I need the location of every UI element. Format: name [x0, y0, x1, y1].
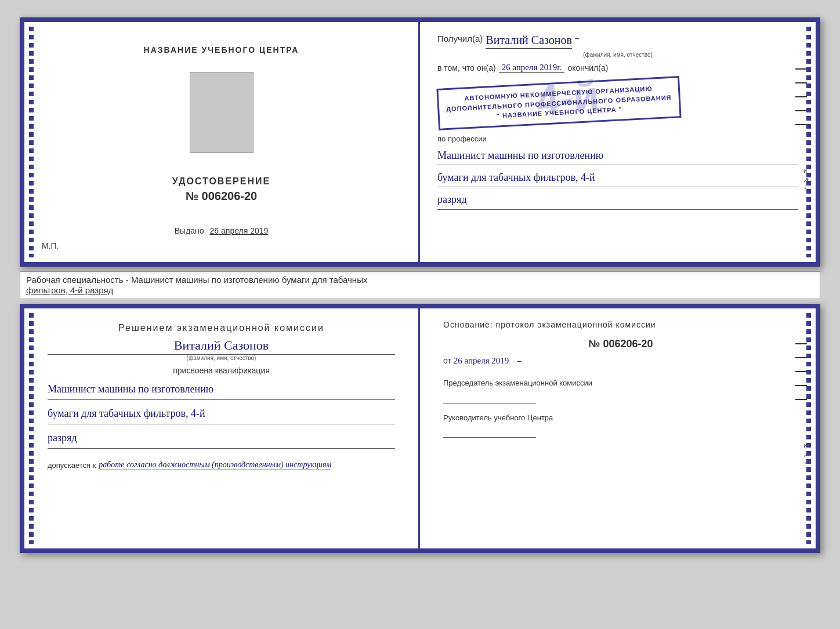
middle-text-underline: фильтров, 4-й разряд	[26, 285, 113, 295]
prot-date-dash: –	[517, 356, 522, 365]
middle-label: Рабочая специальность - Машинист машины …	[20, 271, 820, 299]
letter-i: и	[803, 167, 810, 174]
vtom-row: в том, что он(а) 26 апреля 2019г. окончи…	[437, 63, 798, 73]
okonchil-label: окончил(а)	[567, 63, 608, 72]
cert-photo	[190, 72, 254, 153]
dash-b3	[795, 371, 807, 372]
poluchil-label: Получил(а)	[437, 34, 483, 43]
udost-title: УДОСТОВЕРЕНИЕ	[172, 176, 270, 187]
dash-after-name: –	[575, 34, 579, 42]
top-certificate: НАЗВАНИЕ УЧЕБНОГО ЦЕНТРА УДОСТОВЕРЕНИЕ №…	[20, 17, 820, 267]
rukovoditel-label: Руководитель учебного Центра	[443, 412, 798, 438]
top-cert-right-panel: Получил(а) Виталий Сазонов – (фамилия, и…	[420, 22, 816, 262]
right-letters-top: и ,а ←	[803, 167, 810, 191]
cert-udost: УДОСТОВЕРЕНИЕ № 006206-20	[172, 176, 270, 203]
resheniem-text: Решением экзаменационной комиссии	[48, 323, 395, 333]
dash-b4	[795, 385, 807, 386]
arrow-left: ←	[803, 184, 810, 191]
dash1	[795, 68, 807, 70]
poluchil-row: Получил(а) Виталий Сазонов –	[437, 34, 798, 49]
bottom-cert-right-panel: Основание: протокол экзаменационной коми…	[420, 308, 816, 548]
dopuskaetsya-label: допускается к	[48, 461, 96, 470]
prof-line1: Машинист машины по изготовлению	[48, 379, 395, 400]
profession-line2: бумаги для табачных фильтров, 4-й	[437, 168, 798, 187]
prisvoena-text: присвоена квалификация	[48, 366, 395, 375]
right-dashes-bottom	[795, 343, 807, 400]
top-cert-title: НАЗВАНИЕ УЧЕБНОГО ЦЕНТРА	[144, 45, 299, 54]
letter-comma-a: ,а	[803, 176, 810, 183]
completion-date-top: 26 апреля 2019г.	[499, 63, 565, 73]
page-background: НАЗВАНИЕ УЧЕБНОГО ЦЕНТРА УДОСТОВЕРЕНИЕ №…	[0, 0, 840, 629]
recipient-name-top: Виталий Сазонов	[486, 34, 572, 49]
vtom-label: в том, что он(а)	[437, 63, 496, 72]
dash-b2	[795, 357, 807, 358]
issued-date: 26 апреля 2019	[210, 226, 269, 235]
arrow-left-b: ←	[803, 459, 810, 466]
issued-label: Выдано	[175, 226, 204, 235]
letter-i-b: и	[803, 442, 810, 449]
bottom-certificate: Решением экзаменационной комиссии Витали…	[20, 304, 820, 553]
cert-issued: Выдано 26 апреля 2019	[175, 226, 269, 235]
dash-b1	[795, 343, 807, 344]
prof-line2: бумаги для табачных фильтров, 4-й	[48, 403, 395, 424]
prot-number: № 006206-20	[443, 338, 798, 350]
mp-label: М.П.	[42, 241, 59, 250]
prof-line3: разряд	[48, 427, 395, 449]
profession-label: по профессии	[437, 134, 798, 143]
bottom-cert-left-panel: Решением экзаменационной комиссии Витали…	[24, 308, 420, 548]
top-cert-left-panel: НАЗВАНИЕ УЧЕБНОГО ЦЕНТРА УДОСТОВЕРЕНИЕ №…	[24, 22, 420, 262]
stamp-box: АВТОНОМНУЮ НЕКОММЕРЧЕСКУЮ ОРГАНИЗАЦИЮ ДО…	[436, 76, 681, 130]
dash-b5	[795, 399, 807, 400]
predsedatel-signature-line	[443, 392, 536, 403]
recipient-hint-bottom: (фамилия, имя, отчество)	[48, 355, 395, 361]
dopuskaetsya-text: работе согласно должностным (производств…	[99, 460, 331, 470]
predsedatel-label: Председатель экзаменационной комиссии	[443, 377, 798, 403]
stamp-area: АВТОНОМНУЮ НЕКОММЕРЧЕСКУЮ ОРГАНИЗАЦИЮ ДО…	[437, 78, 798, 129]
recipient-hint-top: (фамилия, имя, отчество)	[437, 52, 798, 58]
prot-date-row: от 26 апреля 2019 –	[443, 356, 798, 366]
prot-date: 26 апреля 2019	[454, 356, 509, 365]
profession-line3: разряд	[437, 190, 798, 209]
recipient-name-bottom: Виталий Сазонов	[48, 338, 395, 355]
predsedatel-text: Председатель экзаменационной комиссии	[443, 379, 592, 387]
rukovoditel-text: Руководитель учебного Центра	[443, 413, 553, 422]
ot-label: от	[443, 356, 451, 365]
osnovanie-text: Основание: протокол экзаменационной коми…	[443, 320, 798, 329]
middle-text-prefix: Рабочая специальность - Машинист машины …	[26, 275, 367, 285]
right-letters-bottom: и ,а ←	[803, 442, 810, 466]
dopuskaetsya-row: допускается к работе согласно должностны…	[48, 460, 395, 470]
profession-line1: Машинист машины по изготовлению	[437, 146, 798, 165]
letter-a-b: ,а	[803, 450, 810, 457]
cert-number: № 006206-20	[172, 190, 270, 203]
rukovoditel-signature-line	[443, 426, 536, 438]
